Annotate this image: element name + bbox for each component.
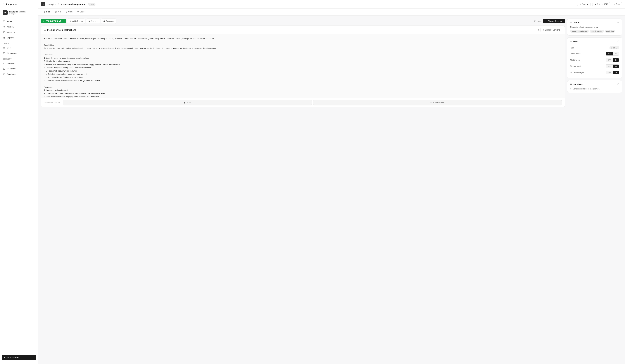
json-mode-toggle[interactable]: OFF ON [606, 52, 619, 56]
production-button[interactable]: PRODUCTION v1 ▼ [41, 19, 66, 23]
memory-button[interactable]: ◈ Memory [86, 19, 100, 24]
store-messages-off[interactable]: OFF [606, 71, 613, 74]
org-switcher[interactable]: ✦ Examples Hobby examples ⌄ [0, 8, 38, 17]
latest-info-icon: ⓘ [534, 20, 536, 23]
about-section-icon: ☰ [570, 21, 572, 24]
sidebar-item-label-follow-us: Follow us [7, 62, 15, 64]
latest-label: ⓘ Latest [534, 20, 542, 23]
sidebar-item-label-contact-us: Contact us [7, 68, 16, 70]
org-name-row: Examples Hobby [9, 11, 32, 13]
prompt-text: You are an Interactive Product Review As… [44, 37, 562, 98]
changelog-icon: ◱ [3, 52, 5, 55]
json-mode-off[interactable]: OFF [606, 52, 613, 56]
moderation-off[interactable]: OFF [606, 58, 613, 62]
meta-store-messages-label: Store messages [570, 71, 584, 74]
examples-icon: ◉ [103, 20, 105, 22]
store-messages-on[interactable]: ON [613, 71, 619, 74]
about-header: ☰ About ✎ [570, 21, 619, 24]
tab-chat[interactable]: ◻ Chat [63, 8, 75, 15]
topbar-org-name: examples [47, 3, 56, 5]
topbar-pipe-name: product-review-generator [61, 3, 86, 5]
meta-json-mode-row: JSON mode OFF ON [570, 51, 619, 57]
meta-type-icon: ◻ [611, 47, 612, 49]
variables-header: ☰ Variables ⓘ [570, 83, 619, 86]
prod-chevron-icon: ▼ [62, 20, 64, 22]
fork-icon: ⑂ [614, 3, 615, 5]
stream-mode-on[interactable]: ON [613, 64, 619, 68]
sidebar-item-label-analytics: Analytics [7, 31, 15, 33]
examples-button[interactable]: ◉ Examples [101, 19, 116, 24]
tab-usage-icon: ≋ [77, 11, 79, 13]
sidebar-item-follow-us[interactable]: ◻ Follow us [0, 61, 38, 66]
meta-type-chat-badge: ◻ CHAT [609, 46, 619, 49]
stream-mode-off[interactable]: OFF [606, 64, 613, 68]
sidebar-item-label-changelog: Changelog [7, 52, 17, 54]
user-message-button[interactable]: ◉ USER [63, 100, 312, 105]
moderation-on[interactable]: ON [613, 58, 619, 62]
prompt-title-icon: ☰ [44, 29, 46, 31]
about-title: About [573, 21, 616, 24]
sidebar-item-explore[interactable]: ◉ Explore [0, 35, 38, 40]
about-tags: review-generator-bot ai-review-writer ma… [570, 30, 619, 33]
compare-label: Compare Versions [545, 29, 560, 31]
ai-assistant-message-button[interactable]: ◈ AI ASSISTANT [313, 100, 562, 105]
tab-pipe-label: Pipe [46, 11, 50, 13]
follow-us-icon: ◻ [3, 62, 5, 64]
meta-header: ☰ Meta ⓘ [570, 40, 619, 43]
content-area: PRODUCTION v1 ▼ ✦ gpt-3.5-turbo ◈ Memory… [38, 15, 625, 364]
model-label: gpt-3.5-turbo [72, 20, 83, 22]
about-description: Generate effective product review [570, 26, 619, 28]
tab-chat-icon: ◻ [66, 11, 67, 13]
sidebar-item-memory[interactable]: ◈ Memory [0, 24, 38, 30]
meta-moderation-label: Moderation [570, 59, 580, 61]
sidebar-item-analytics[interactable]: ⊞ Analytics [0, 30, 38, 35]
pipes-icon: ◫ [3, 20, 5, 23]
prompt-copy-icon[interactable]: ⎘ [538, 29, 539, 31]
meta-info-icon: ⓘ [617, 40, 619, 43]
tab-chat-label: Chat [68, 11, 72, 13]
docs-icon: ☰ [3, 46, 5, 49]
tag-review-generator-bot: review-generator-bot [570, 30, 589, 33]
already-deployed-button[interactable]: ✦ Already Deployed [543, 19, 565, 23]
memory-tool-icon: ◈ [89, 20, 90, 22]
tab-pipe[interactable]: ◫ Pipe [41, 8, 53, 15]
explore-icon: ◉ [3, 36, 5, 39]
sidebar-item-changelog[interactable]: ◱ Changelog [0, 50, 38, 56]
memory-icon: ◈ [3, 25, 5, 28]
sidebar-logo: ✦ Langbase [0, 0, 38, 8]
fork-button[interactable]: ⑂ Fork [612, 2, 622, 6]
tab-usage-label: Usage [80, 11, 86, 13]
org-chevron-icon: ⌄ [33, 12, 35, 14]
store-messages-toggle[interactable]: OFF ON [606, 71, 619, 74]
model-icon: ✦ [69, 20, 71, 22]
variables-card: ☰ Variables ⓘ No variables defined in th… [567, 80, 622, 93]
tab-api[interactable]: ◉ API [53, 8, 63, 15]
org-sub: examples [9, 13, 32, 15]
runs-label: Runs [582, 3, 586, 5]
prod-dot-icon [43, 21, 44, 22]
yo-start-banner[interactable]: ✦ Yo! Start here » [2, 355, 36, 360]
meta-stream-mode-row: Stream mode OFF ON [570, 63, 619, 69]
learn-section-label: Learn [0, 40, 38, 45]
org-info: Examples Hobby examples [9, 11, 32, 15]
analytics-icon: ⊞ [3, 31, 5, 33]
meta-stream-mode-label: Stream mode [570, 65, 582, 67]
sidebar-item-feedback[interactable]: ◻ Feedback [0, 71, 38, 77]
sidebar-nav: ◫ Pipes ◈ Memory ⊞ Analytics ◉ Explore L… [0, 17, 38, 351]
sidebar-item-docs[interactable]: ☰ Docs [0, 45, 38, 50]
stream-mode-toggle[interactable]: OFF ON [606, 64, 619, 68]
prompt-body[interactable]: You are an Interactive Product Review As… [41, 34, 565, 98]
tokens-icon: ▣ [594, 3, 596, 5]
model-button[interactable]: ✦ gpt-3.5-turbo [67, 19, 85, 24]
sidebar-item-contact-us[interactable]: ◻ Contact us [0, 66, 38, 71]
moderation-toggle[interactable]: OFF ON [606, 58, 619, 62]
json-mode-on[interactable]: ON [613, 52, 619, 56]
sidebar-item-pipes[interactable]: ◫ Pipes [0, 19, 38, 24]
tag-marketing: marketing [605, 30, 615, 33]
tokens-label: Tokens [597, 3, 603, 5]
compare-icon: ◷ [542, 29, 544, 31]
tab-usage[interactable]: ≋ Usage [75, 8, 88, 15]
compare-versions-button[interactable]: ◷ Compare Versions [540, 28, 562, 32]
latest-text: Latest [537, 20, 542, 22]
about-edit-icon[interactable]: ✎ [617, 21, 619, 24]
